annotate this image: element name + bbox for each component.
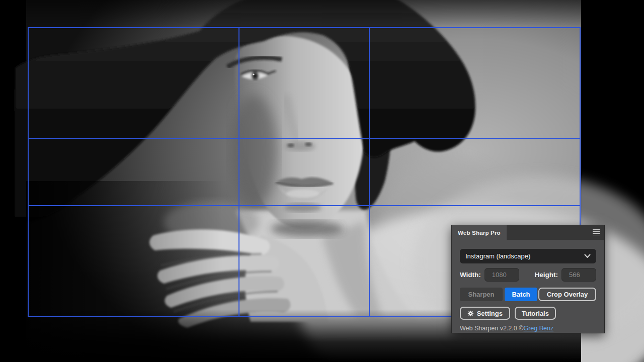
- secondary-buttons-row: Settings Tutorials: [460, 307, 596, 320]
- height-label: Height:: [535, 271, 558, 279]
- panel-title: Web Sharp Pro: [458, 230, 501, 236]
- version-text: Web Sharpen v2.2.0 ©: [460, 325, 523, 332]
- settings-button[interactable]: Settings: [460, 307, 510, 320]
- action-buttons-row: Sharpen Batch Crop Overlay: [460, 288, 596, 301]
- panel-body: Instagram (landscape) Width: Height: Sha…: [452, 240, 604, 332]
- panel-tab[interactable]: Web Sharp Pro: [452, 225, 507, 240]
- height-input[interactable]: [561, 268, 596, 282]
- panel-menu-icon[interactable]: [593, 229, 600, 236]
- crop-overlay-button[interactable]: Crop Overlay: [538, 288, 596, 301]
- preset-selected-value: Instagram (landscape): [465, 252, 530, 260]
- web-sharp-pro-panel: Web Sharp Pro Instagram (landscape) Widt…: [451, 225, 605, 333]
- dimensions-row: Width: Height:: [460, 268, 596, 282]
- gear-icon: [467, 310, 474, 317]
- greg-benz-link[interactable]: Greg Benz: [523, 325, 553, 332]
- chevron-down-icon: [584, 254, 591, 258]
- batch-button[interactable]: Batch: [505, 288, 537, 301]
- width-label: Width:: [460, 271, 481, 279]
- sharpen-button[interactable]: Sharpen: [460, 288, 503, 301]
- preset-dropdown[interactable]: Instagram (landscape): [460, 249, 596, 263]
- settings-button-label: Settings: [477, 310, 503, 317]
- panel-footer: Web Sharpen v2.2.0 ©Greg Benz: [460, 325, 596, 332]
- grid-vertical-line-1: [238, 28, 239, 316]
- panel-header: Web Sharp Pro: [452, 225, 604, 240]
- tutorials-button[interactable]: Tutorials: [515, 307, 556, 320]
- grid-vertical-line-2: [369, 28, 370, 316]
- width-input[interactable]: [485, 268, 519, 282]
- grid-horizontal-line-1: [29, 138, 580, 139]
- grid-horizontal-line-2: [29, 205, 580, 206]
- application-canvas: Web Sharp Pro Instagram (landscape) Widt…: [0, 0, 644, 362]
